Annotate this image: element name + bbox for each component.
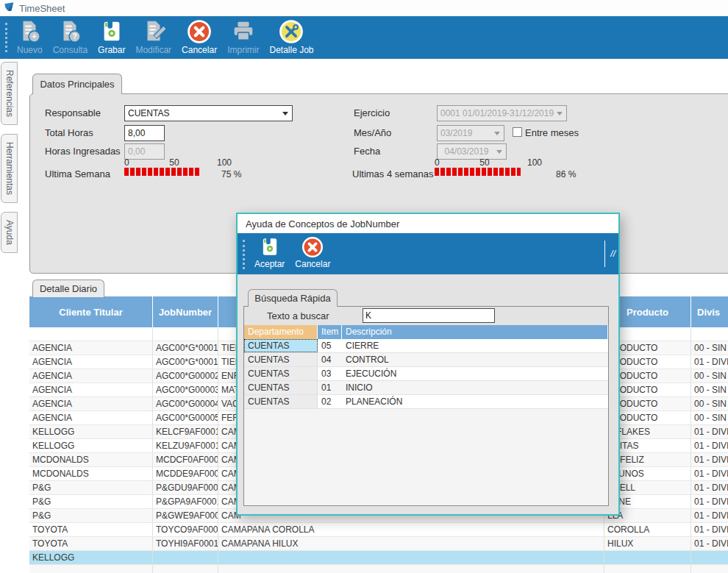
entre-meses-checkbox[interactable] xyxy=(513,127,522,137)
table-row[interactable]: CUENTAS04CONTROL xyxy=(244,353,608,367)
table-cell[interactable] xyxy=(218,565,604,573)
table-row[interactable]: CUENTAS03EJECUCIÓN xyxy=(244,367,608,381)
table-cell[interactable] xyxy=(153,327,218,341)
tab-datos-principales[interactable]: Datos Principales xyxy=(32,74,122,94)
table-cell[interactable]: CAMAPANA COROLLA xyxy=(218,523,604,537)
table-cell[interactable]: CUENTAS xyxy=(244,353,318,366)
table-cell[interactable]: AGC00*G00002 xyxy=(153,369,218,383)
toolbar-overflow-handle[interactable]: // xyxy=(610,249,615,259)
table-cell[interactable]: AGENCIA xyxy=(29,397,153,411)
table-cell[interactable]: 05 xyxy=(318,339,342,352)
toolbar-grip[interactable] xyxy=(5,23,7,52)
dialog-cancelar-button[interactable]: Cancelar xyxy=(290,233,335,274)
table-cell[interactable] xyxy=(29,327,153,341)
table-cell[interactable]: AGENCIA xyxy=(29,369,153,383)
table-cell[interactable]: 03 xyxy=(318,367,342,380)
table-cell[interactable]: P&GDU9AF0001 xyxy=(153,481,218,495)
table-cell[interactable]: CUENTAS xyxy=(244,381,318,394)
table-cell[interactable]: 01 - DIVIS xyxy=(691,425,728,439)
table-cell[interactable]: MCDONALDS xyxy=(29,453,153,467)
table-row[interactable] xyxy=(29,565,728,573)
table-cell[interactable]: KELLOGG xyxy=(29,425,153,439)
column-header[interactable]: Divis xyxy=(691,296,728,327)
table-row[interactable]: TOYOTATOYHI9AF0001CAMAPANA HILUXHILUX01 … xyxy=(29,537,728,551)
table-cell[interactable] xyxy=(691,565,728,573)
table-row[interactable]: CUENTAS02PLANEACIÓN xyxy=(244,395,608,409)
table-row[interactable]: TOYOTATOYCO9AF0001CAMAPANA COROLLACOROLL… xyxy=(29,523,728,537)
table-cell[interactable]: TOYOTA xyxy=(29,537,153,551)
table-cell[interactable]: CONTROL xyxy=(342,353,608,366)
table-cell[interactable]: 01 - DIVIS xyxy=(691,495,728,509)
table-cell[interactable]: KELZU9AF0001 xyxy=(153,439,218,453)
table-row[interactable]: CUENTAS01INICIO xyxy=(244,381,608,395)
table-cell[interactable]: 02 xyxy=(318,395,342,408)
table-cell[interactable]: HILUX xyxy=(604,537,691,551)
table-cell[interactable]: P&GPA9AF0001 xyxy=(153,495,218,509)
table-cell[interactable]: PLANEACIÓN xyxy=(342,395,608,408)
table-cell[interactable]: 01 - DIVIS xyxy=(691,439,728,453)
table-cell[interactable]: 01 - DIVIS xyxy=(691,537,728,551)
table-row[interactable]: KELLOGG xyxy=(29,551,728,565)
table-cell[interactable]: AGC00*G*0001 xyxy=(153,341,218,355)
table-cell[interactable]: AGENCIA xyxy=(29,411,153,425)
table-cell[interactable]: MCDDE9AF0001 xyxy=(153,467,218,481)
table-cell[interactable] xyxy=(691,327,728,341)
column-header[interactable]: Cliente Titular xyxy=(29,296,153,327)
table-cell[interactable]: TOYCO9AF0001 xyxy=(153,523,218,537)
total-horas-input[interactable]: 8,00 xyxy=(124,125,165,141)
table-cell[interactable]: 00 - SIN D xyxy=(691,341,728,355)
table-cell[interactable]: P&G xyxy=(29,509,153,523)
table-cell[interactable]: P&G xyxy=(29,481,153,495)
table-cell[interactable]: CAMAPANA HILUX xyxy=(218,537,604,551)
table-cell[interactable]: CUENTAS xyxy=(244,339,318,352)
column-header[interactable]: Descripción xyxy=(342,325,608,339)
table-cell[interactable]: KELCF9AF0001 xyxy=(153,425,218,439)
table-cell[interactable]: AGC00*G*0001 xyxy=(153,355,218,369)
table-cell[interactable]: 01 - DIVIS xyxy=(691,523,728,537)
column-header[interactable]: Departamento xyxy=(244,325,318,339)
sidebar-tab-herramientas[interactable]: Herramientas xyxy=(1,134,18,203)
table-cell[interactable]: 00 - SIN D xyxy=(691,411,728,425)
detalle-job-button[interactable]: Detalle Job xyxy=(264,16,318,59)
table-cell[interactable] xyxy=(218,551,604,565)
table-cell[interactable] xyxy=(29,565,153,573)
table-cell[interactable]: MCDONALDS xyxy=(29,467,153,481)
texto-a-buscar-input[interactable]: K xyxy=(363,308,495,323)
dialog-toolbar-grip[interactable] xyxy=(243,240,245,269)
table-cell[interactable]: AGENCIA xyxy=(29,341,153,355)
table-cell[interactable]: CUENTAS xyxy=(244,367,318,380)
table-cell[interactable]: 01 - DIVIS xyxy=(691,355,728,369)
table-cell[interactable]: INICIO xyxy=(342,381,608,394)
tab-detalle-diario[interactable]: Detalle Diario xyxy=(32,280,104,297)
table-cell[interactable]: 00 - SIN D xyxy=(691,369,728,383)
table-cell[interactable] xyxy=(153,551,218,565)
table-cell[interactable]: TOYHI9AF0001 xyxy=(153,537,218,551)
table-cell[interactable]: KELLOGG xyxy=(29,439,153,453)
table-cell[interactable]: 04 xyxy=(318,353,342,366)
sidebar-tab-ayuda[interactable]: Ayuda xyxy=(1,212,18,253)
table-cell[interactable]: P&G xyxy=(29,495,153,509)
table-cell[interactable]: AGENCIA xyxy=(29,355,153,369)
table-cell[interactable]: AGC00*G00003 xyxy=(153,383,218,397)
table-cell[interactable]: 01 - DIVIS xyxy=(691,453,728,467)
table-cell[interactable]: 00 - SIN D xyxy=(691,397,728,411)
table-cell[interactable]: MCDCF0AF0001 xyxy=(153,453,218,467)
column-header[interactable]: JobNumber xyxy=(153,296,218,327)
sidebar-tab-referencias[interactable]: Referencias xyxy=(1,62,18,125)
table-cell[interactable] xyxy=(604,565,691,573)
table-row[interactable]: CUENTAS05CIERRE xyxy=(244,339,608,353)
table-cell[interactable]: AGC00*G00005 xyxy=(153,411,218,425)
table-cell[interactable]: 00 - SIN D xyxy=(691,383,728,397)
column-header[interactable]: Item xyxy=(318,325,342,339)
table-cell[interactable] xyxy=(604,551,691,565)
table-cell[interactable]: TOYOTA xyxy=(29,523,153,537)
grabar-button[interactable]: Grabar xyxy=(93,16,130,59)
table-cell[interactable]: CUENTAS xyxy=(244,395,318,408)
tab-busqueda-rapida[interactable]: Búsqueda Rápida xyxy=(248,289,338,307)
cancelar-button[interactable]: Cancelar xyxy=(176,16,222,59)
table-cell[interactable]: CIERRE xyxy=(342,339,608,352)
table-cell[interactable]: AGC00*G00004 xyxy=(153,397,218,411)
table-cell[interactable]: COROLLA xyxy=(604,523,691,537)
table-cell[interactable] xyxy=(153,565,218,573)
table-cell[interactable]: 01 - DIVIS xyxy=(691,467,728,481)
